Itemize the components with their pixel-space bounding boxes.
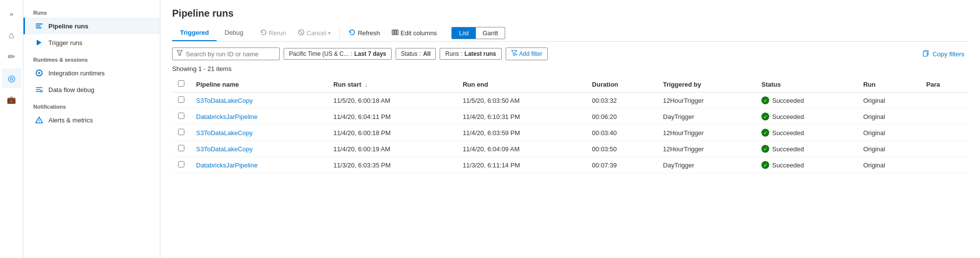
pipeline-name-link-1[interactable]: DatabricksJarPipeline	[196, 113, 258, 120]
svg-rect-14	[397, 30, 398, 35]
sidebar-item-integration-runtimes[interactable]: Integration runtimes	[23, 65, 160, 81]
pipeline-name-link-2[interactable]: S3ToDataLakeCopy	[196, 129, 253, 137]
row-checkbox-4[interactable]	[178, 161, 184, 167]
cell-status-1: ✓ Succeeded	[756, 109, 857, 125]
status-label-0: Succeeded	[772, 97, 804, 104]
copy-filters-label: Copy filters	[933, 50, 964, 58]
pipeline-name-link-4[interactable]: DatabricksJarPipeline	[196, 162, 258, 169]
status-label-4: Succeeded	[772, 162, 804, 169]
cell-run-type-0: Original	[857, 93, 920, 109]
sidebar-item-pipeline-runs[interactable]: Pipeline runs	[23, 18, 160, 34]
add-filter-button[interactable]: Add filter	[506, 47, 548, 60]
select-all-checkbox[interactable]	[178, 80, 184, 87]
view-gantt-button[interactable]: Gantt	[476, 27, 505, 39]
cell-status-4: ✓ Succeeded	[756, 157, 857, 173]
svg-rect-2	[36, 27, 42, 28]
cell-triggered-by-4: DayTrigger	[657, 157, 756, 173]
cell-status-3: ✓ Succeeded	[756, 141, 857, 157]
search-input[interactable]	[186, 50, 274, 58]
runs-filter-value: Latest runs	[465, 50, 496, 57]
pipeline-runs-icon	[35, 22, 44, 30]
svg-point-5	[38, 72, 40, 74]
sidebar-item-alerts-metrics[interactable]: Alerts & metrics	[23, 112, 160, 128]
rerun-label: Rerun	[269, 29, 286, 37]
cell-run-type-3: Original	[857, 141, 920, 157]
row-checkbox-2[interactable]	[178, 129, 184, 135]
cell-pipeline-name-2: S3ToDataLakeCopy	[190, 125, 328, 141]
add-filter-icon	[511, 50, 517, 58]
sidebar-item-data-flow-debug[interactable]: Data flow debug	[23, 81, 160, 98]
sidebar-section-runs: Runs	[23, 4, 160, 18]
tab-bar: Triggered Debug	[172, 25, 251, 41]
time-filter-label: Pacific Time (US & C...	[289, 50, 349, 57]
time-filter-separator: :	[351, 50, 352, 57]
filter-bar: Pacific Time (US & C... : Last 7 days St…	[172, 47, 968, 60]
status-label-2: Succeeded	[772, 129, 804, 137]
runs-filter-chip[interactable]: Runs : Latest runs	[440, 48, 501, 60]
home-nav-icon[interactable]: ⌂	[2, 25, 22, 45]
cell-duration-1: 00:06:20	[586, 109, 657, 125]
pipeline-name-link-0[interactable]: S3ToDataLakeCopy	[196, 97, 253, 104]
sidebar-item-data-flow-debug-label: Data flow debug	[48, 86, 94, 94]
col-header-triggered-by: Triggered by	[657, 76, 756, 93]
trigger-runs-icon	[35, 38, 44, 47]
cell-run-type-2: Original	[857, 125, 920, 141]
svg-rect-1	[36, 25, 41, 26]
sort-icon-run-start: ↓	[365, 82, 368, 88]
col-header-run-end: Run end	[457, 76, 586, 93]
edit-columns-label: Edit columns	[401, 29, 437, 37]
copy-filters-icon	[923, 50, 930, 58]
col-header-run-start[interactable]: Run start ↓	[328, 76, 457, 93]
cancel-label: Cancel	[307, 29, 326, 37]
monitor-nav-icon[interactable]: ◎	[2, 69, 22, 88]
sidebar: Runs Pipeline runs Trigger runs Runtimes…	[23, 0, 160, 258]
rerun-button[interactable]: Rerun	[255, 26, 291, 40]
tab-debug[interactable]: Debug	[217, 25, 251, 41]
table-row: DatabricksJarPipeline 11/3/20, 6:03:35 P…	[172, 157, 968, 173]
edit-columns-button[interactable]: Edit columns	[387, 26, 442, 40]
status-filter-chip[interactable]: Status : All	[396, 48, 436, 60]
svg-rect-0	[36, 23, 43, 24]
sidebar-section-notifications: Notifications	[23, 98, 160, 112]
copy-filters-button[interactable]: Copy filters	[919, 48, 968, 60]
cell-run-end-3: 11/4/20, 6:04:09 AM	[457, 141, 586, 157]
sidebar-item-alerts-metrics-label: Alerts & metrics	[48, 117, 93, 124]
row-checkbox-cell	[172, 157, 190, 173]
row-checkbox-3[interactable]	[178, 145, 184, 151]
svg-point-9	[39, 121, 40, 122]
svg-point-6	[40, 90, 43, 93]
toolbar-separator	[339, 27, 340, 39]
collapse-nav-button[interactable]: »	[2, 4, 22, 23]
time-filter-chip[interactable]: Pacific Time (US & C... : Last 7 days	[284, 48, 392, 60]
cell-triggered-by-3: 12HourTrigger	[657, 141, 756, 157]
row-checkbox-cell	[172, 125, 190, 141]
status-label-3: Succeeded	[772, 145, 804, 153]
cell-duration-4: 00:07:39	[586, 157, 657, 173]
cancel-button[interactable]: Cancel ▾	[293, 26, 335, 40]
briefcase-nav-icon[interactable]: 💼	[2, 90, 22, 110]
cell-duration-3: 00:03:50	[586, 141, 657, 157]
filter-icon	[177, 50, 183, 58]
cell-para-4	[920, 157, 968, 173]
cancel-chevron-icon: ▾	[328, 30, 331, 36]
row-checkbox-1[interactable]	[178, 113, 184, 119]
status-filter-separator: :	[420, 50, 421, 57]
sidebar-item-integration-runtimes-label: Integration runtimes	[48, 70, 105, 77]
cancel-icon	[298, 29, 305, 37]
col-header-pipeline-name: Pipeline name	[190, 76, 328, 93]
sidebar-item-trigger-runs[interactable]: Trigger runs	[23, 34, 160, 51]
success-icon-4: ✓	[761, 161, 769, 169]
row-checkbox-0[interactable]	[178, 96, 184, 103]
cell-duration-2: 00:03:40	[586, 125, 657, 141]
pipeline-name-link-3[interactable]: S3ToDataLakeCopy	[196, 145, 253, 153]
success-icon-1: ✓	[761, 113, 769, 120]
sidebar-item-trigger-runs-label: Trigger runs	[48, 39, 83, 47]
add-filter-label: Add filter	[519, 50, 542, 57]
pencil-nav-icon[interactable]: ✏	[2, 47, 22, 67]
view-list-button[interactable]: List	[452, 27, 475, 39]
refresh-button[interactable]: Refresh	[344, 26, 385, 40]
edit-columns-icon	[392, 29, 399, 37]
table-wrap: Pipeline name Run start ↓ Run end Durati…	[172, 76, 968, 250]
tab-triggered[interactable]: Triggered	[172, 25, 217, 41]
table-row: S3ToDataLakeCopy 11/4/20, 6:00:18 PM 11/…	[172, 125, 968, 141]
